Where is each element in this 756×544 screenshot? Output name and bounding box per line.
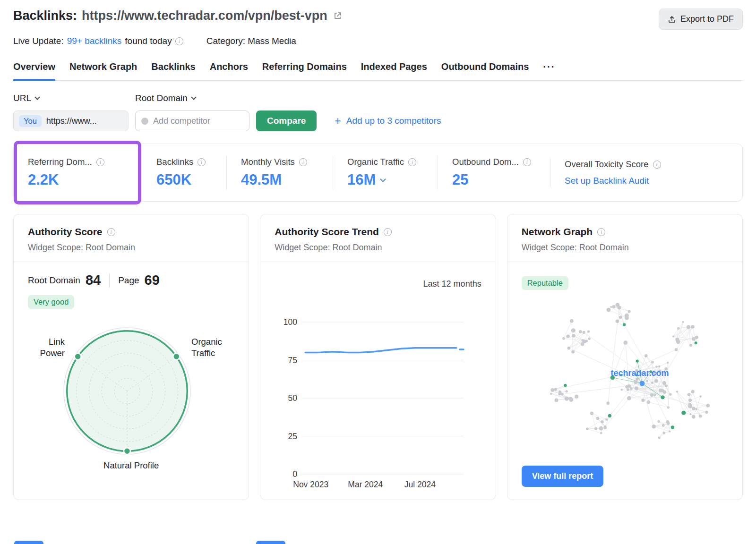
summary-metrics-bar: Referring Dom... 2.2K Backlinks 650K Mon… [13, 144, 743, 202]
info-icon[interactable] [408, 158, 416, 166]
setup-backlink-audit-link[interactable]: Set up Backlink Audit [565, 176, 649, 186]
svg-text:100: 100 [284, 317, 297, 327]
live-update-row: Live Update: 99+ backlinks found today C… [13, 36, 743, 46]
radar-chart-svg [28, 310, 231, 476]
info-icon[interactable] [299, 158, 307, 166]
metric-outbound-domains[interactable]: Outbound Dom... 25 [438, 156, 550, 189]
network-graph-card: Network Graph Widget Scope: Root Domain … [507, 214, 743, 500]
metric-toxicity-score: Overall Toxicity Score Set up Backlink A… [550, 158, 742, 187]
export-pdf-button[interactable]: Export to PDF [659, 8, 743, 30]
divider [109, 273, 110, 288]
svg-text:0: 0 [293, 469, 298, 479]
svg-text:25: 25 [288, 432, 297, 441]
very-good-badge: Very good [28, 295, 74, 309]
tab-indexed-pages[interactable]: Indexed Pages [361, 61, 427, 80]
info-icon[interactable] [175, 37, 183, 45]
compare-controls-row: You https://www... Compare + Add up to 3… [13, 110, 743, 131]
info-icon[interactable] [384, 228, 392, 236]
svg-text:Mar 2024: Mar 2024 [348, 480, 383, 489]
tabs-more-button[interactable]: ··· [543, 61, 555, 80]
page-title-url: https://www.techradar.com/vpn/best-vpn [82, 8, 327, 23]
root-domain-scope-label: Root Domain [135, 93, 188, 103]
metric-value: 2.2K [28, 171, 128, 188]
view-full-report-button[interactable]: View full report [522, 466, 604, 487]
you-url-chip[interactable]: You https://www... [13, 110, 129, 131]
card-title: Authority Score Trend [275, 226, 379, 238]
metric-label: Backlinks [156, 157, 193, 167]
metric-label: Outbound Dom... [452, 157, 519, 167]
radar-axis-link-power: Link Power [28, 336, 65, 359]
widgets-row: Authority Score Widget Scope: Root Domai… [13, 214, 743, 500]
metric-referring-domains[interactable]: Referring Dom... 2.2K [14, 156, 142, 189]
tab-referring-domains[interactable]: Referring Domains [262, 61, 347, 80]
cutoff-button[interactable] [256, 541, 285, 544]
widget-scope: Widget Scope: Root Domain [522, 243, 728, 253]
live-update-link[interactable]: 99+ backlinks [67, 36, 122, 46]
card-title: Network Graph [522, 226, 593, 238]
page-score-value: 69 [145, 272, 160, 288]
reputable-badge: Reputable [522, 276, 568, 290]
card-header: Authority Score Widget Scope: Root Domai… [14, 214, 249, 262]
info-icon[interactable] [198, 158, 206, 166]
trend-legend: Last 12 months [275, 279, 481, 289]
metric-label: Organic Traffic [347, 157, 404, 167]
tab-overview[interactable]: Overview [13, 61, 55, 80]
root-domain-score-label: Root Domain [28, 275, 80, 286]
metric-organic-traffic[interactable]: Organic Traffic 16M [333, 156, 438, 189]
add-competitors-label: Add up to 3 competitors [346, 116, 441, 126]
svg-text:75: 75 [288, 356, 297, 365]
chevron-down-icon [191, 94, 196, 100]
url-scope-label: URL [13, 93, 31, 103]
competitor-dot-icon [141, 118, 148, 125]
radar-axis-organic-traffic: Organic Traffic [191, 336, 231, 359]
add-competitor-input[interactable] [153, 116, 243, 126]
authority-score-trend-card: Authority Score Trend Widget Scope: Root… [260, 214, 496, 500]
live-update-suffix: found today [125, 36, 172, 46]
external-link-icon[interactable] [333, 11, 342, 20]
trend-line-chart: 1007550250Nov 2023Mar 2024Jul 2024 [275, 289, 478, 492]
tab-outbound-domains[interactable]: Outbound Domains [441, 61, 529, 80]
network-center-label: techradar.com [610, 368, 669, 378]
metric-backlinks[interactable]: Backlinks 650K [142, 156, 226, 189]
network-graph-svg: techradar.com [522, 291, 725, 447]
page-score-label: Page [118, 275, 139, 286]
root-domain-score-value: 84 [86, 272, 101, 288]
page-header: Backlinks: https://www.techradar.com/vpn… [13, 8, 743, 30]
card-title: Authority Score [28, 226, 103, 238]
card-header: Authority Score Trend Widget Scope: Root… [260, 214, 495, 262]
authority-radar-chart: Link Power Organic Traffic Natural Profi… [28, 310, 234, 478]
tab-anchors[interactable]: Anchors [210, 61, 248, 80]
network-graph-canvas[interactable]: techradar.com [522, 291, 728, 449]
upload-icon [668, 15, 676, 24]
add-competitors-link[interactable]: + Add up to 3 competitors [335, 116, 441, 127]
report-tabs: Overview Network Graph Backlinks Anchors… [13, 61, 743, 81]
info-icon[interactable] [107, 228, 115, 236]
page-title: Backlinks: https://www.techradar.com/vpn… [13, 8, 342, 23]
metric-monthly-visits[interactable]: Monthly Visits 49.5M [226, 156, 333, 189]
add-competitor-field[interactable] [135, 110, 249, 131]
tab-network-graph[interactable]: Network Graph [69, 61, 137, 80]
metric-label: Overall Toxicity Score [565, 159, 649, 170]
authority-score-card: Authority Score Widget Scope: Root Domai… [13, 214, 249, 500]
metric-value: 650K [156, 171, 212, 188]
chevron-down-icon [34, 94, 40, 100]
metric-label: Monthly Visits [241, 157, 295, 167]
info-icon[interactable] [597, 228, 605, 236]
tab-backlinks[interactable]: Backlinks [151, 61, 195, 80]
widget-scope: Widget Scope: Root Domain [28, 243, 234, 253]
score-summary: Root Domain 84 Page 69 [28, 272, 234, 288]
info-icon[interactable] [523, 158, 531, 166]
info-icon[interactable] [653, 161, 661, 169]
compare-button[interactable]: Compare [256, 110, 317, 131]
metric-value: 25 [452, 171, 536, 188]
info-icon[interactable] [96, 158, 104, 166]
cutoff-button[interactable] [14, 541, 43, 544]
card-header: Network Graph Widget Scope: Root Domain [507, 214, 742, 262]
svg-text:50: 50 [288, 393, 298, 403]
url-scope-selector[interactable]: URL [13, 93, 39, 103]
metric-value: 49.5M [241, 171, 318, 188]
page-title-prefix: Backlinks: [13, 8, 77, 23]
root-domain-scope-selector[interactable]: Root Domain [135, 93, 196, 103]
metric-value-dropdown[interactable]: 16M [347, 171, 423, 188]
scope-selectors-row: URL Root Domain [13, 93, 743, 103]
